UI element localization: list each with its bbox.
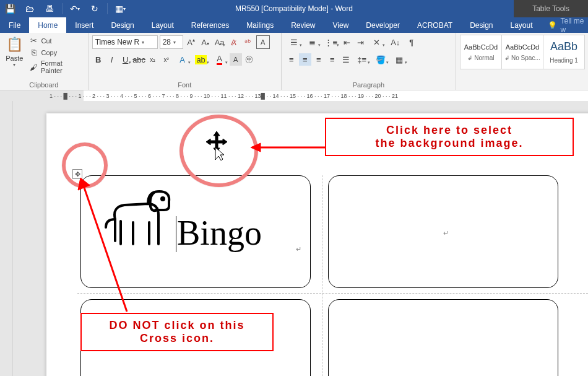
group-styles: AaBbCcDd ↲ Normal AaBbCcDd ↲ No Spac... … <box>456 33 588 90</box>
change-case-button[interactable]: Aa▾ <box>214 36 226 48</box>
style-no-spacing[interactable]: AaBbCcDd ↲ No Spac... <box>501 35 543 69</box>
enclose-characters-button[interactable]: ㊥ <box>243 53 256 66</box>
undo-icon[interactable]: ↶▾ <box>67 1 82 16</box>
label-text[interactable]: Bingo <box>177 213 262 253</box>
character-shading-button[interactable]: A <box>230 53 242 66</box>
open-icon[interactable]: 🗁 <box>22 1 37 16</box>
tab-context-layout[interactable]: Layout <box>502 17 542 33</box>
annotation-arrow-1 <box>251 141 331 154</box>
label-cell-2[interactable]: ↵ <box>328 175 558 288</box>
underline-button[interactable]: U▾ <box>119 53 132 66</box>
annotation-callout-do-not-click: DO NOT click on this Cross icon. <box>80 313 274 351</box>
lightbulb-icon: 💡 <box>548 21 557 30</box>
align-left-button[interactable]: ≡ <box>285 53 298 66</box>
highlight-button[interactable]: ab▾ <box>192 53 210 66</box>
strikethrough-button[interactable]: abc <box>133 53 145 66</box>
tell-me-search[interactable]: 💡 Tell me w <box>542 17 588 33</box>
tab-view[interactable]: View <box>324 17 358 33</box>
align-center-button[interactable]: ≡ <box>299 53 311 66</box>
character-border-button[interactable]: A <box>256 35 270 49</box>
svg-point-0 <box>162 198 164 200</box>
tab-context-design[interactable]: Design <box>461 17 501 33</box>
group-label-paragraph: Paragraph <box>282 79 456 90</box>
justify-button[interactable]: ≡ <box>326 53 339 66</box>
tab-mailings[interactable]: Mailings <box>238 17 282 33</box>
tab-developer[interactable]: Developer <box>357 17 409 33</box>
copy-button[interactable]: ⎘Copy <box>29 48 84 57</box>
label-cell-4[interactable] <box>328 299 558 376</box>
tab-design[interactable]: Design <box>102 17 142 33</box>
font-size-combo[interactable]: 28▾ <box>160 35 183 49</box>
line-spacing-button[interactable]: ‡≡▾ <box>353 53 371 66</box>
quick-print-icon[interactable]: 🖶 <box>42 1 57 16</box>
subscript-button[interactable]: x₂ <box>147 53 159 66</box>
font-color-button[interactable]: A▾ <box>211 53 228 66</box>
tab-references[interactable]: References <box>183 17 238 33</box>
increase-indent-button[interactable]: ⇥ <box>355 36 367 48</box>
vertical-ruler[interactable] <box>0 101 13 376</box>
annotation-arrow-2 <box>74 177 136 316</box>
cut-button[interactable]: ✂Cut <box>29 36 84 45</box>
italic-button[interactable]: I <box>106 53 118 66</box>
group-font: Times New R▾ 28▾ A▴ A▾ Aa▾ A̷ ᵃᵇ A B I U… <box>89 33 282 90</box>
group-label-clipboard: Clipboard <box>0 79 88 90</box>
shading-button[interactable]: 🪣▾ <box>372 53 389 66</box>
table-draw-icon[interactable]: ▦▾ <box>113 1 128 16</box>
borders-button[interactable]: ▦▾ <box>391 53 408 66</box>
scissors-icon: ✂ <box>29 36 39 45</box>
tab-file[interactable]: File <box>0 17 29 33</box>
tab-layout[interactable]: Layout <box>143 17 183 33</box>
tab-home[interactable]: Home <box>29 17 66 33</box>
tab-review[interactable]: Review <box>282 17 324 33</box>
numbering-button[interactable]: ≣▾ <box>304 36 321 48</box>
save-icon[interactable]: 💾 <box>2 1 17 16</box>
asian-layout-button[interactable]: ✕▾ <box>368 36 386 48</box>
phonetic-guide-button[interactable]: ᵃᵇ <box>242 36 254 48</box>
paragraph-mark-icon: ↵ <box>443 229 449 237</box>
svg-line-3 <box>84 186 127 312</box>
font-name-combo[interactable]: Times New R▾ <box>92 35 158 49</box>
style-normal[interactable]: AaBbCcDd ↲ Normal <box>460 35 502 69</box>
svg-marker-2 <box>251 143 261 152</box>
group-label-font: Font <box>89 79 281 90</box>
decrease-indent-button[interactable]: ⇤ <box>341 36 353 48</box>
multilevel-list-button[interactable]: ⋮≡▾ <box>322 36 340 48</box>
bold-button[interactable]: B <box>92 53 105 66</box>
show-hide-button[interactable]: ¶ <box>405 36 418 48</box>
copy-icon: ⎘ <box>29 48 39 57</box>
annotation-callout-select-bg: Click here to select the background imag… <box>325 118 574 156</box>
style-heading-1[interactable]: AaBb Heading 1 <box>543 35 585 69</box>
text-cursor <box>176 216 176 252</box>
tab-acrobat[interactable]: ACROBAT <box>409 17 461 33</box>
group-clipboard: 📋 Paste ▾ ✂Cut ⎘Copy 🖌Format Painter Cli… <box>0 33 89 90</box>
quick-access-toolbar: 💾 🗁 🖶 ↶▾ ↻ ▦▾ <box>0 1 128 16</box>
tab-insert[interactable]: Insert <box>66 17 102 33</box>
move-cursor-icon <box>204 130 229 161</box>
superscript-button[interactable]: x² <box>160 53 173 66</box>
group-paragraph: ☰▾ ≣▾ ⋮≡▾ ⇤ ⇥ ✕▾ A↓ ¶ ≡ ≡ ≡ ≡ ☰ ‡≡▾ 🪣▾ ▦… <box>282 33 456 90</box>
format-painter-button[interactable]: 🖌Format Painter <box>29 59 84 74</box>
paintbrush-icon: 🖌 <box>29 63 38 72</box>
distributed-button[interactable]: ☰ <box>340 53 352 66</box>
sort-button[interactable]: A↓ <box>387 36 404 48</box>
context-tab-table-tools: Table Tools <box>514 0 588 17</box>
text-effects-button[interactable]: A▾ <box>174 53 191 66</box>
clear-formatting-button[interactable]: A̷ <box>228 36 240 48</box>
ribbon: 📋 Paste ▾ ✂Cut ⎘Copy 🖌Format Painter Cli… <box>0 33 588 90</box>
menubar: File Home Insert Design Layout Reference… <box>0 17 588 33</box>
shrink-font-button[interactable]: A▾ <box>199 36 212 48</box>
bullets-button[interactable]: ☰▾ <box>285 36 303 48</box>
clipboard-icon: 📋 <box>6 35 23 55</box>
redo-icon[interactable]: ↻ <box>87 1 102 16</box>
paragraph-mark-icon: ↵ <box>296 245 301 253</box>
align-right-button[interactable]: ≡ <box>313 53 325 66</box>
grow-font-button[interactable]: A▴ <box>185 36 197 48</box>
titlebar: 💾 🗁 🖶 ↶▾ ↻ ▦▾ MR550 [Compatibility Mode]… <box>0 0 588 17</box>
